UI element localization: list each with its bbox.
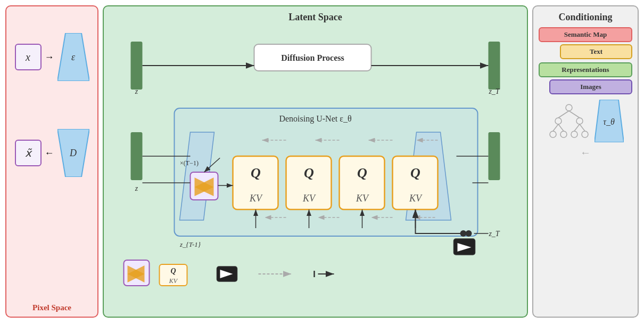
green-bar-right-top	[489, 42, 500, 90]
cond-images: Images	[549, 79, 632, 94]
encoder-trapezoid: ε	[57, 33, 89, 81]
svg-point-11	[582, 131, 588, 138]
svg-line-17	[580, 124, 585, 131]
tau-trapezoid: τ_θ	[595, 100, 624, 144]
svg-line-14	[553, 124, 558, 131]
green-bar-right-bottom	[489, 132, 500, 180]
tau-network-icon	[548, 100, 590, 142]
pixel-space-inner: x → ε x̃ ←	[12, 22, 92, 311]
pixel-space-box: x → ε x̃ ←	[5, 5, 98, 318]
attn-q-2: Q	[304, 165, 314, 181]
legend-kv: KV	[169, 277, 178, 285]
svg-point-10	[571, 131, 577, 138]
latent-space-label: Latent Space	[109, 12, 522, 23]
attn-q-1: Q	[251, 165, 261, 181]
tau-arrow-container: ←	[539, 147, 632, 159]
main-container: x → ε x̃ ←	[5, 5, 639, 318]
input-label: x	[26, 51, 30, 63]
latent-diagram-svg: Diffusion Process z z_T Denoising U-Net …	[109, 26, 522, 287]
latent-space-box: Latent Space Diffusion Process z z_T	[103, 5, 528, 318]
tau-arrow: ←	[580, 147, 591, 159]
svg-point-5	[566, 104, 572, 111]
svg-point-6	[555, 118, 562, 124]
zt-label-right-top: z_T	[488, 87, 500, 95]
tau-label: τ_θ	[603, 117, 615, 127]
decoder-trapezoid: D	[57, 129, 89, 177]
zt-label-right-bottom: z_T	[488, 230, 500, 238]
green-bar-left-top	[131, 42, 143, 90]
arrow-to-encoder: →	[45, 52, 54, 63]
output-label: x̃	[25, 147, 31, 159]
attn-kv-4: KV	[409, 193, 423, 204]
svg-point-9	[560, 131, 567, 138]
input-image-box: x	[15, 44, 42, 70]
attn-q-4: Q	[410, 165, 420, 181]
cond-text: Text	[560, 44, 632, 59]
attn-kv-2: KV	[302, 193, 316, 204]
z-label-bottom: z	[135, 184, 138, 192]
attn-kv-3: KV	[356, 193, 369, 204]
attn-q-3: Q	[357, 165, 367, 181]
green-bar-left-bottom	[131, 132, 143, 180]
z-label-left: z	[135, 87, 138, 95]
output-image-box: x̃	[15, 140, 42, 166]
concat-dot-2	[466, 230, 472, 237]
svg-point-8	[550, 131, 556, 138]
decoder-label: D	[70, 148, 77, 159]
cond-representations: Representations	[539, 62, 632, 77]
svg-line-13	[569, 111, 580, 118]
input-row: x → ε	[15, 33, 89, 81]
output-row: x̃ ← D	[15, 129, 89, 177]
svg-line-12	[558, 111, 569, 118]
svg-point-7	[576, 118, 583, 124]
legend-q: Q	[170, 267, 176, 275]
tau-diagram: τ_θ	[539, 100, 632, 144]
cond-semantic-map: Semantic Map	[539, 27, 632, 42]
arrow-from-decoder: ←	[45, 148, 54, 159]
diffusion-process-text: Diffusion Process	[281, 53, 344, 62]
attn-kv-1: KV	[249, 193, 263, 204]
encoder-label: ε	[71, 52, 75, 63]
svg-line-16	[574, 124, 580, 131]
pixel-space-label: Pixel Space	[6, 303, 97, 312]
zt1-label: z_{T-1}	[179, 240, 201, 248]
conditioning-box: Conditioning Semantic Map Text Represent…	[532, 5, 639, 318]
repeat-label: ×(T−1)	[180, 159, 199, 167]
unet-label: Denoising U-Net ε_θ	[279, 114, 351, 124]
svg-line-15	[558, 124, 564, 131]
conditioning-label: Conditioning	[539, 12, 632, 23]
